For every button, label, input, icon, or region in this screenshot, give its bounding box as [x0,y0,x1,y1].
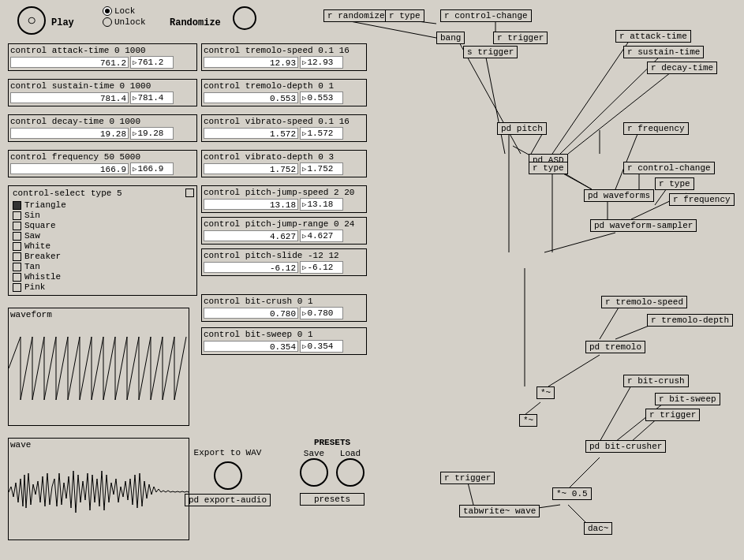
waveform-type-label: Pink [24,282,45,292]
r-control-change-top-box: r control-change [440,9,532,22]
control-vibrato-depth: control vibrato-depth 0 3 1.752 ▷1.752 [201,150,367,177]
waveform-type-item[interactable]: Saw [13,231,193,241]
control-pitch-jump-speed: control pitch-jump-speed 2 20 13.18 ▷13.… [201,185,367,213]
export-section: Export to WAV pd export-audio [185,448,271,506]
pd-pitch-box: pd pitch [497,122,547,135]
control-pitch-jump-range: control pitch-jump-range 0 24 4.627 ▷4.6… [201,217,367,245]
export-circle[interactable] [214,461,242,490]
s-trigger-box: s trigger [463,46,518,58]
mul-tilde-2-box: *~ [519,414,537,427]
randomize-circle[interactable] [233,6,256,30]
r-tremolo-speed-box: r tremolo-speed [601,296,687,308]
r-randomize-box: r randomize [323,9,389,22]
waveform-type-label: Square [24,221,56,230]
r-bit-crush-box: r bit-crush [623,375,689,387]
mul-tilde-1-box: *~ [537,386,555,399]
play-label: Play [51,17,74,28]
waveform-type-label: Triangle [24,200,66,210]
save-circle[interactable] [300,458,328,487]
svg-line-29 [485,54,505,154]
waveform-type-label: Breaker [24,252,61,261]
r-trigger-mid-box: r trigger [440,472,495,484]
r-sustain-time-box: r sustain-time [623,46,704,58]
waveform-type-item[interactable]: Breaker [13,252,193,261]
r-frequency-right-box: r frequency [669,193,735,206]
r-attack-time-box: r attack-time [615,30,691,43]
wave-display: wave [8,438,189,540]
svg-line-5 [552,38,631,154]
r-type-top-box: r type [385,9,424,22]
control-frequency: control frequency 50 5000 166.9 ▷166.9 [8,150,197,177]
unlock-label: Unlock [114,17,146,27]
waveform-type-item[interactable]: Triangle [13,200,193,210]
waveform-type-item[interactable]: Whistle [13,272,193,282]
control-tremolo-speed: control tremolo-speed 0.1 16 12.93 ▷12.9… [201,43,367,71]
pd-waveforms-box: pd waveforms [584,189,654,202]
svg-line-21 [600,379,635,442]
control-vibrato-speed: control vibrato-speed 0.1 16 1.572 ▷1.57… [201,114,367,142]
waveform-type-label: White [24,241,50,251]
svg-line-10 [615,130,639,189]
control-select-extra-checkbox[interactable] [185,189,194,197]
waveform-type-item[interactable]: White [13,241,193,251]
r-type-mid-box: r type [529,162,568,174]
r-frequency-box: r frequency [623,122,689,135]
control-tremolo-depth: control tremolo-depth 0 1 0.553 ▷0.553 [201,79,367,106]
waveform-type-checkbox[interactable] [13,232,21,241]
waveform-type-item[interactable]: Pink [13,282,193,292]
svg-line-19 [548,355,600,386]
svg-line-30 [544,233,615,252]
waveform-type-checkbox[interactable] [13,283,21,292]
svg-line-7 [568,69,675,154]
waveform-type-checkbox[interactable] [13,201,21,210]
lock-label: Lock [114,6,135,16]
waveform-type-item[interactable]: Square [13,221,193,230]
r-control-change-mid-box: r control-change [623,162,715,174]
pd-bit-crusher-box: pd bit-crusher [585,440,666,453]
waveform-type-checkbox[interactable] [13,263,21,271]
control-decay-time: control decay-time 0 1000 19.28 ▷19.28 [8,114,197,142]
control-bit-crush: control bit-crush 0 1 0.780 ▷0.780 [201,294,367,322]
play-circle[interactable]: ○ [17,6,46,35]
waveform-type-label: Whistle [24,272,61,282]
waveform-type-item[interactable]: Tan [13,262,193,271]
lock-radio[interactable]: Lock Unlock [103,6,146,27]
waveform-type-label: Tan [24,262,40,271]
waveform-type-label: Saw [24,231,40,241]
waveform-type-checkbox[interactable] [13,252,21,261]
presets-section: PRESETS Save Load presets [300,438,365,506]
r-trigger-top-box: r trigger [493,32,548,44]
dac-box: dac~ [584,522,612,535]
svg-line-24 [568,457,600,489]
mul-tilde-half-box: *~ 0.5 [552,487,592,500]
tabwrite-wave-box: tabwrite~ wave [459,505,540,517]
control-pitch-slide: control pitch-slide -12 12 -6.12 ▷-6.12 [201,248,367,276]
control-bit-sweep: control bit-sweep 0 1 0.354 ▷0.354 [201,327,367,355]
pd-waveform-sampler-box: pd waveform-sampler [590,219,697,232]
waveform-type-checkbox[interactable] [13,242,21,251]
r-decay-time-box: r decay-time [647,62,717,74]
waveform-type-checkbox[interactable] [13,273,21,282]
randomize-label: Randomize [170,17,221,28]
control-sustain-time: control sustain-time 0 1000 781.4 ▷781.4 [8,79,197,106]
waveform-type-checkbox[interactable] [13,211,21,220]
pd-tremolo-box: pd tremolo [585,341,645,353]
control-attack-time: control attack-time 0 1000 761.2 ▷761.2 [8,43,197,71]
r-tremolo-depth-box: r tremolo-depth [647,314,733,327]
load-circle[interactable] [336,458,365,487]
r-trigger-bot-box: r trigger [645,409,700,421]
control-select-type: control-select type 5 TriangleSinSquareS… [8,185,197,296]
waveform-type-item[interactable]: Sin [13,211,193,220]
svg-rect-32 [9,321,189,416]
r-type-bot-box: r type [655,177,694,190]
waveform-type-label: Sin [24,211,40,220]
waveform-display: waveform [8,308,189,426]
waveform-type-checkbox[interactable] [13,222,21,230]
bang-box: bang [436,32,465,44]
r-bit-sweep-box: r bit-sweep [655,393,720,405]
